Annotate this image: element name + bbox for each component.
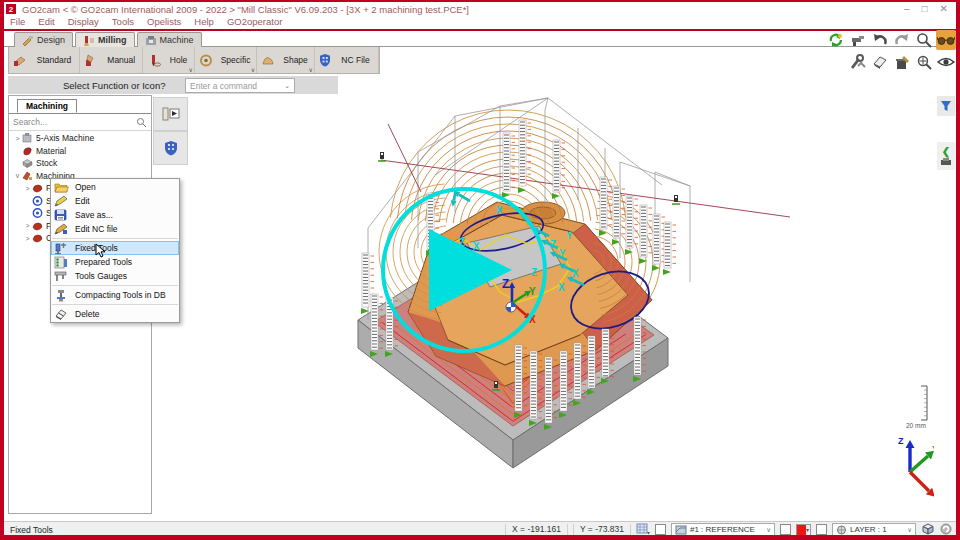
filter-button[interactable] <box>937 96 955 116</box>
menu-go2operator[interactable]: GO2operator <box>227 16 282 28</box>
reference-checkbox[interactable] <box>655 524 666 535</box>
expander-closed-icon[interactable]: > <box>23 235 32 242</box>
op-blue-icon <box>32 208 43 218</box>
ribbon-button-label: Manual <box>102 55 140 65</box>
redo-button[interactable] <box>892 30 912 50</box>
ribbon-nc-file-button[interactable]: NC File <box>315 47 379 73</box>
expander-closed-icon[interactable]: > <box>23 185 32 192</box>
expander-closed-icon[interactable]: > <box>23 222 32 229</box>
zoom-target-button[interactable] <box>914 52 934 72</box>
reference-value: #1 : REFERENCE <box>690 525 755 534</box>
title-bar: 2 GO2cam < © GO2cam International 2009 -… <box>4 2 956 16</box>
machining-node-icon <box>22 171 33 181</box>
context-menu-item-tools-gauges[interactable]: Tools Gauges <box>51 269 179 283</box>
context-menu-item-delete[interactable]: Delete <box>51 307 179 321</box>
context-menu-item-compacting-tools-in-db[interactable]: Compacting Tools in DB <box>51 288 179 302</box>
glasses-icon <box>937 34 955 46</box>
view-toolbar-row2 <box>848 52 956 72</box>
minimize-button[interactable]: – <box>904 2 910 16</box>
svg-text:X: X <box>473 241 480 252</box>
chevron-down-icon[interactable]: ∨ <box>309 66 313 73</box>
command-input[interactable]: Enter a command ⌄ <box>185 78 295 93</box>
viewport-3d[interactable]: ZXYZYXXZXZYX20 mmZYX <box>186 95 934 520</box>
tree-item-label: Material <box>36 146 66 156</box>
tab-design[interactable]: Design <box>14 32 73 47</box>
chevron-down-icon: ∨ <box>907 526 912 534</box>
measure-button[interactable] <box>848 30 868 50</box>
window-title: GO2cam < © GO2cam International 2009 - 2… <box>22 4 469 15</box>
material-removal-button[interactable] <box>892 52 912 72</box>
close-button[interactable]: ✕ <box>940 2 948 16</box>
tools-gauges-icon <box>54 270 70 282</box>
fixed-tools-icon <box>54 242 70 254</box>
shape-icon <box>261 54 275 67</box>
tree-item-stock[interactable]: Stock <box>9 157 151 170</box>
context-menu-item-save-as-[interactable]: Save as... <box>51 208 179 222</box>
svg-text:Y: Y <box>529 286 536 297</box>
tree-item-material[interactable]: Material <box>9 145 151 158</box>
color-checkbox[interactable] <box>780 524 791 535</box>
chevron-down-icon: ▾ <box>806 525 810 535</box>
context-menu-item-open[interactable]: Open <box>51 180 179 194</box>
visibility-eye-button[interactable] <box>936 52 956 72</box>
standard-icon <box>13 54 27 67</box>
tab-milling[interactable]: Milling <box>75 32 135 47</box>
material-removal-icon <box>894 55 910 70</box>
menu-opelists[interactable]: Opelists <box>147 16 181 28</box>
chevron-down-icon: ∨ <box>766 526 771 534</box>
context-menu-item-fixed-tools[interactable]: Fixed Tools <box>51 241 179 255</box>
milling-tab-icon <box>83 35 95 46</box>
context-menu-item-prepared-tools[interactable]: Prepared Tools <box>51 255 179 269</box>
context-menu-item-label: Delete <box>75 309 100 319</box>
rotate-view-icon <box>828 32 844 48</box>
view-cube-icon <box>921 522 935 535</box>
nc-shield-icon <box>164 140 178 156</box>
ribbon-hole-button[interactable]: Hole∨ <box>143 47 195 73</box>
mouse-cursor <box>95 243 107 259</box>
context-menu-item-edit-nc-file[interactable]: Edit NC file <box>51 222 179 236</box>
chevron-down-icon[interactable]: ∨ <box>251 66 255 73</box>
filter-icon <box>940 100 952 112</box>
panel-collapse-button[interactable]: ❮ <box>937 142 955 170</box>
context-menu-item-label: Save as... <box>75 210 113 220</box>
context-menu-item-label: Edit NC file <box>75 224 118 234</box>
tab-machine[interactable]: Machine <box>137 32 202 47</box>
ribbon-specific-button[interactable]: Specific∨ <box>195 47 257 73</box>
expander-closed-icon[interactable]: > <box>13 135 22 142</box>
tree-search-input[interactable]: Search... <box>9 114 151 131</box>
tree-item-5-axis-machine[interactable]: >5-Axis Machine <box>9 132 151 145</box>
scale-ruler: 20 mm <box>906 386 927 429</box>
zoom-button[interactable] <box>914 30 934 50</box>
layer-checkbox[interactable] <box>816 524 827 535</box>
ribbon-manual-button[interactable]: Manual <box>80 47 143 73</box>
machining-tools-button[interactable] <box>848 52 868 72</box>
menu-file[interactable]: File <box>10 16 25 28</box>
nc-file-panel-button[interactable] <box>153 131 188 165</box>
x-coordinate-readout: X = -191.161 <box>505 524 568 535</box>
op-red-icon <box>32 183 43 193</box>
rotate-view-button[interactable] <box>826 30 846 50</box>
material-node-icon <box>22 146 33 156</box>
panel-tab-machining[interactable]: Machining <box>17 99 77 113</box>
eraser-icon <box>872 55 888 69</box>
eraser-button[interactable] <box>870 52 890 72</box>
menu-edit[interactable]: Edit <box>38 16 54 28</box>
maximize-button[interactable]: □ <box>922 2 928 16</box>
reference-plane-icon <box>675 525 687 535</box>
chevron-down-icon[interactable]: ∨ <box>188 66 192 73</box>
menu-help[interactable]: Help <box>194 16 214 28</box>
machine-node-icon <box>22 133 33 143</box>
tab-label: Machine <box>160 35 194 45</box>
layer-icon <box>836 525 847 535</box>
menu-display[interactable]: Display <box>68 16 99 28</box>
glasses-button[interactable] <box>936 30 956 50</box>
ribbon-shape-button[interactable]: Shape∨ <box>257 47 315 73</box>
undo-button[interactable] <box>870 30 890 50</box>
window-border-left <box>0 0 4 540</box>
simulation-panel-button[interactable] <box>153 97 188 131</box>
expander-open-icon[interactable]: v <box>13 172 22 179</box>
menu-tools[interactable]: Tools <box>112 16 134 28</box>
ribbon-standard-button[interactable]: Standard <box>9 47 80 73</box>
color-swatch-dropdown[interactable]: ▾ <box>796 524 811 536</box>
context-menu-item-edit[interactable]: Edit <box>51 194 179 208</box>
